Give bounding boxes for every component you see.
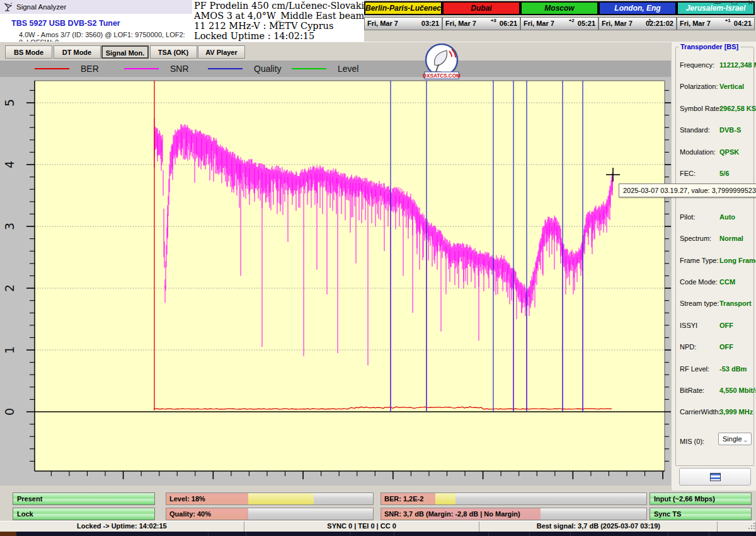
tab-av-player[interactable]: AV Player xyxy=(198,45,245,59)
tuner-name: TBS 5927 USB DVB-S2 Tuner xyxy=(11,19,120,28)
clock-time-row: Fri, Mar 7-102:21:02 xyxy=(598,17,677,30)
taskbar-separator xyxy=(529,532,530,536)
status-cell: SYNC 0 | TEI 0 | CC 0 xyxy=(244,521,480,532)
transponder-label: Pilot: xyxy=(680,213,695,221)
transponder-label: RF Level: xyxy=(680,365,709,373)
clock-time-row: Fri, Mar 7+104:21 xyxy=(677,17,755,30)
y-axis-label: 4 xyxy=(3,161,16,168)
legend-line-snr xyxy=(124,68,159,69)
y-axis-label: 2 xyxy=(3,284,16,292)
transponder-value: Long Frame xyxy=(719,257,756,264)
snr-bar: SNR: 3,7 dB (Margin: -2,8 dB | No Margin… xyxy=(381,508,647,520)
chart-legend: BERSNRQualityLevel xyxy=(0,61,671,77)
clock-time: 06:21 xyxy=(500,20,517,27)
transponder-label: Standard: xyxy=(680,126,710,134)
taskbar-separator xyxy=(208,532,209,536)
stripes-icon xyxy=(710,473,721,481)
transponder-value: 11212,348 MHz xyxy=(719,61,756,69)
tab-bs-mode[interactable]: BS Mode xyxy=(5,45,52,59)
clock-time-row: Fri, Mar 7+306:21 xyxy=(442,17,520,30)
clock-date: Fri, Mar 7 xyxy=(524,20,554,27)
y-axis-label: 1 xyxy=(3,346,16,354)
legend-label: Quality xyxy=(254,64,282,74)
transponder-row: Frequency:11212,348 MHz xyxy=(672,61,756,70)
transponder-row: RF Level:-53 dBm xyxy=(672,365,756,374)
clock-date: Fri, Mar 7 xyxy=(367,20,398,27)
transponder-row: Modulation:QPSK xyxy=(672,148,756,157)
transponder-row: Frame Type:Long Frame xyxy=(672,257,756,265)
resize-grip[interactable] xyxy=(747,523,755,530)
transponder-label: Symbol Rate: xyxy=(680,105,721,112)
clock-time: 02:21:02 xyxy=(646,20,673,27)
transponder-value: OFF xyxy=(719,322,733,329)
clock-utc-offset: +3 xyxy=(491,18,496,23)
clock-city: Berlin-Paris-Lučenec xyxy=(364,1,442,15)
world-clocks: Berlin-Paris-LučenecFri, Mar 703:21Dubai… xyxy=(364,0,756,42)
transponder-label: CarrierWidth: xyxy=(680,408,721,416)
transponder-label: ISSYI xyxy=(680,322,697,329)
transponder-row: Pilot:Auto xyxy=(672,213,756,222)
chart-canvas: 012345 xyxy=(0,77,671,486)
input-indicator: Input (~2,66 Mbps) xyxy=(650,492,752,505)
present-indicator: Present xyxy=(13,492,155,505)
signal-chart[interactable]: 012345 xyxy=(0,77,671,486)
transponder-value: DVB-S xyxy=(719,126,741,134)
clock-city: Dubai xyxy=(442,1,520,15)
header-note-line: AMOS 3 at 4,0°W_Middle East beam xyxy=(194,11,364,21)
tab-bar: BS ModeDT ModeSignal Mon.TSA (OK)AV Play… xyxy=(0,42,671,61)
transponder-row: Stream type:Transport xyxy=(672,300,756,308)
transponder-value: -53 dBm xyxy=(719,365,747,373)
transponder-row: NPD:OFF xyxy=(672,343,756,352)
dxsatcs-logo: DXSATCS.COM xyxy=(423,44,461,81)
mis-dropdown[interactable]: Single ⌄ xyxy=(718,433,752,445)
transponder-row: Symbol Rate:2962,58 KS/s xyxy=(672,105,756,114)
window-title: Signal Analyzer xyxy=(16,3,66,11)
transponder-label: BitRate: xyxy=(680,387,704,394)
y-axis-label: 5 xyxy=(3,99,16,107)
title-bar: Signal Analyzer xyxy=(0,0,192,14)
transponder-row: Standard:DVB-S xyxy=(672,126,756,135)
taskbar-separator xyxy=(709,532,709,536)
y-axis-label: 3 xyxy=(3,223,16,230)
capture-button[interactable] xyxy=(679,468,751,486)
transponder-label: Frame Type: xyxy=(680,257,719,264)
transponder-value: QPSK xyxy=(719,148,739,156)
taskbar-strip xyxy=(0,532,756,536)
y-axis-label: 0 xyxy=(3,408,16,416)
transponder-row: CarrierWidth:3,999 MHz xyxy=(672,408,756,417)
lock-indicator: Lock xyxy=(13,508,155,520)
clock-utc-offset: +1 xyxy=(725,18,731,23)
tuner-info-panel: TBS 5927 USB DVB-S2 Tuner 4.0W - Amos 3/… xyxy=(0,14,192,42)
clock-date: Fri, Mar 7 xyxy=(602,20,633,27)
status-cell: Best signal: 3,7 dB (2025-03-07 03:19) xyxy=(479,521,718,532)
transponder-title: Transponder [BS] xyxy=(679,43,740,50)
tab-signal-mon-[interactable]: Signal Mon. xyxy=(101,45,149,59)
clock-time: 05:21 xyxy=(578,20,595,27)
minimize-icon[interactable]: — xyxy=(714,0,721,6)
clock-date: Fri, Mar 7 xyxy=(445,20,476,27)
transponder-label: Polarization: xyxy=(680,83,718,90)
transponder-value: Vertical xyxy=(719,83,744,90)
mis-label: MIS (0): xyxy=(680,438,704,445)
taskbar-separator xyxy=(488,532,489,536)
chevron-down-icon: ⌄ xyxy=(743,434,748,445)
taskbar-corner xyxy=(0,532,16,536)
clock-panel: MoscowFri, Mar 7+205:21 xyxy=(520,1,598,30)
clock-time: 03:21 xyxy=(421,20,439,27)
logo-text: DXSATCS.COM xyxy=(423,73,461,79)
legend-line-level xyxy=(292,68,326,69)
maximize-icon[interactable]: ▭ xyxy=(731,0,737,6)
app-icon xyxy=(4,3,13,11)
tab-tsa-ok-[interactable]: TSA (OK) xyxy=(150,45,197,59)
transponder-row: BitRate:4,550 Mbit/s xyxy=(672,387,756,395)
mis-value: Single xyxy=(723,435,742,443)
chart-tooltip: 2025-03-07 03.19.27, value: 3,7999999523… xyxy=(619,184,756,197)
tab-dt-mode[interactable]: DT Mode xyxy=(54,45,101,59)
snr-bar-label: SNR: 3,7 dB (Margin: -2,8 dB | No Margin… xyxy=(384,508,520,520)
taskbar-separator xyxy=(668,532,668,536)
transponder-row: FEC:5/6 xyxy=(672,170,756,178)
close-icon[interactable]: ✕ xyxy=(748,0,753,6)
clock-panel: DubaiFri, Mar 7+306:21 xyxy=(442,1,520,30)
transponder-row: Polarization:Vertical xyxy=(672,83,756,91)
clock-city: London, Eng xyxy=(598,1,677,15)
